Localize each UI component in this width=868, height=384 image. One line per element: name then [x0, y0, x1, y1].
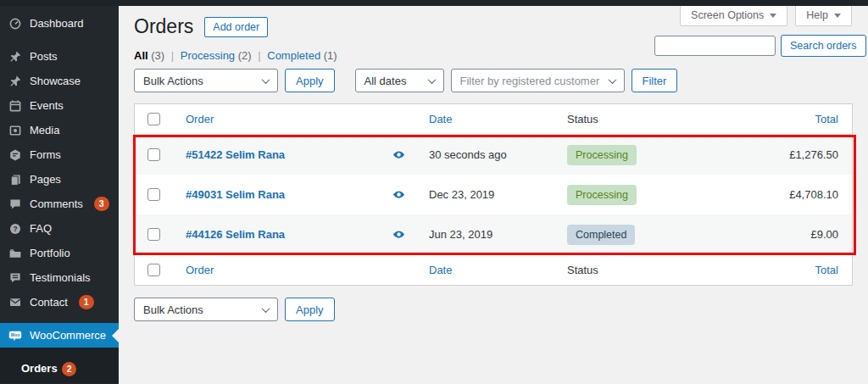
chevron-down-icon — [834, 14, 841, 18]
screen-options-label: Screen Options — [691, 9, 764, 21]
customer-filter-select[interactable]: Filter by registered customer — [451, 69, 625, 92]
sidebar-item-events[interactable]: Events — [0, 93, 119, 118]
apply-button[interactable]: Apply — [285, 69, 335, 92]
order-date: 30 seconds ago — [418, 148, 554, 161]
sidebar-item-showcase[interactable]: Showcase — [0, 69, 119, 93]
sidebar-item-woocommerce[interactable]: WooWooCommerce — [0, 323, 119, 348]
view-processing-count: (2) — [238, 49, 252, 62]
add-order-button[interactable]: Add order — [204, 17, 268, 37]
sidebar-item-faq[interactable]: ?FAQ — [0, 216, 119, 241]
view-separator: | — [171, 49, 174, 62]
search-orders-button[interactable]: Search orders — [781, 35, 866, 57]
pages-icon — [8, 172, 23, 187]
admin-sidebar: DashboardPostsShowcaseEventsMediaFormsPa… — [0, 0, 119, 384]
portfolio-icon — [8, 246, 23, 261]
table-footer-row: Order Date Status Total — [135, 254, 852, 285]
view-separator: | — [258, 49, 260, 62]
preview-eye-icon[interactable] — [380, 188, 418, 201]
testimonials-icon — [8, 270, 23, 286]
count-badge: 3 — [94, 197, 109, 211]
order-total: £1,276.50 — [719, 148, 852, 161]
sidebar-item-label: Showcase — [30, 75, 81, 87]
admin-menu: DashboardPostsShowcaseEventsMediaFormsPa… — [0, 0, 119, 348]
bulk-actions-select[interactable]: Bulk Actions — [134, 69, 278, 92]
help-label: Help — [806, 9, 828, 21]
sidebar-item-testimonials[interactable]: Testimonials — [0, 265, 119, 290]
pushpin-icon — [8, 74, 23, 89]
count-badge: 1 — [79, 295, 94, 309]
order-date: Jun 23, 2019 — [418, 228, 554, 241]
sidebar-item-media[interactable]: Media — [0, 118, 119, 142]
status-badge: Processing — [567, 185, 637, 205]
bulk-actions-select-bottom[interactable]: Bulk Actions — [134, 298, 278, 321]
sidebar-item-label: WooCommerce — [30, 329, 106, 342]
sidebar-item-label: Media — [30, 124, 59, 136]
status-badge: Completed — [567, 225, 635, 245]
pushpin-icon — [8, 49, 23, 64]
calendar-icon — [8, 98, 23, 114]
order-total: £4,708.10 — [719, 188, 852, 201]
select-all-checkbox[interactable] — [147, 113, 160, 125]
help-button[interactable]: Help — [795, 6, 852, 26]
bulk-actions-value: Bulk Actions — [143, 75, 203, 87]
column-footer-date[interactable]: Date — [418, 264, 554, 276]
view-processing-link[interactable]: Processing — [181, 49, 235, 62]
column-header-total[interactable]: Total — [719, 113, 852, 125]
sidebar-item-contact[interactable]: Contact1 — [0, 290, 119, 314]
woocommerce-submenu: Orders2 — [0, 348, 119, 383]
submenu-item-orders[interactable]: Orders2 — [0, 355, 119, 383]
customer-filter-placeholder: Filter by registered customer — [460, 75, 600, 87]
search-row: Search orders — [654, 35, 866, 57]
filter-button[interactable]: Filter — [632, 69, 678, 92]
svg-text:Woo: Woo — [11, 333, 19, 337]
status-view-links: All (3) | Processing (2) | Completed (1) — [134, 49, 337, 62]
page-title: Orders — [134, 15, 193, 38]
question-icon: ? — [8, 221, 23, 237]
bottom-bulk-toolbar: Bulk Actions Apply — [134, 298, 335, 321]
column-footer-total[interactable]: Total — [719, 264, 852, 276]
view-all-link[interactable]: All — [134, 49, 148, 62]
sidebar-item-label: Pages — [30, 173, 61, 186]
sidebar-item-label: FAQ — [30, 222, 52, 235]
orders-table: Order Date Status Total #51422 Selim Ran… — [134, 103, 853, 286]
column-header-order[interactable]: Order — [172, 113, 380, 125]
column-footer-order[interactable]: Order — [172, 264, 380, 276]
sidebar-item-dashboard[interactable]: Dashboard — [0, 11, 119, 36]
chevron-down-icon — [262, 75, 270, 84]
sidebar-item-portfolio[interactable]: Portfolio — [0, 241, 119, 265]
bulk-actions-bottom-value: Bulk Actions — [143, 303, 203, 316]
column-header-date[interactable]: Date — [418, 113, 554, 125]
preview-eye-icon[interactable] — [380, 148, 418, 161]
row-checkbox[interactable] — [147, 148, 160, 161]
row-checkbox[interactable] — [147, 228, 160, 241]
preview-eye-icon[interactable] — [380, 228, 418, 241]
screen-options-button[interactable]: Screen Options — [680, 6, 787, 26]
apply-button-bottom[interactable]: Apply — [285, 298, 335, 321]
date-filter-select[interactable]: All dates — [355, 69, 444, 92]
table-row: #51422 Selim Rana30 seconds agoProcessin… — [135, 135, 852, 175]
sidebar-item-label: Comments — [30, 198, 83, 210]
mail-icon — [8, 295, 23, 310]
row-checkbox[interactable] — [147, 188, 160, 201]
chevron-down-icon — [262, 304, 270, 313]
search-input[interactable] — [654, 36, 776, 56]
order-link[interactable]: #49031 Selim Rana — [186, 188, 285, 201]
chevron-down-icon — [608, 75, 616, 84]
sidebar-item-forms[interactable]: Forms — [0, 142, 119, 167]
screen-meta-tabs: Screen Options Help — [680, 6, 852, 26]
sidebar-item-comments[interactable]: Comments3 — [0, 192, 119, 216]
sidebar-item-label: Posts — [30, 50, 58, 63]
order-link[interactable]: #44126 Selim Rana — [186, 228, 285, 241]
submenu-item-label: Orders — [21, 362, 58, 375]
view-completed-link[interactable]: Completed — [267, 49, 320, 62]
select-all-checkbox[interactable] — [147, 264, 160, 276]
table-row: #49031 Selim RanaDec 23, 2019Processing£… — [135, 175, 852, 214]
sidebar-item-label: Portfolio — [30, 247, 70, 259]
sidebar-item-label: Forms — [30, 148, 61, 161]
filter-toolbar: Bulk Actions Apply All dates Filter by r… — [134, 69, 677, 92]
sidebar-item-pages[interactable]: Pages — [0, 167, 119, 192]
order-link[interactable]: #51422 Selim Rana — [186, 148, 285, 161]
count-badge: 2 — [62, 362, 77, 376]
sidebar-item-posts[interactable]: Posts — [0, 44, 119, 69]
media-icon — [8, 123, 23, 138]
